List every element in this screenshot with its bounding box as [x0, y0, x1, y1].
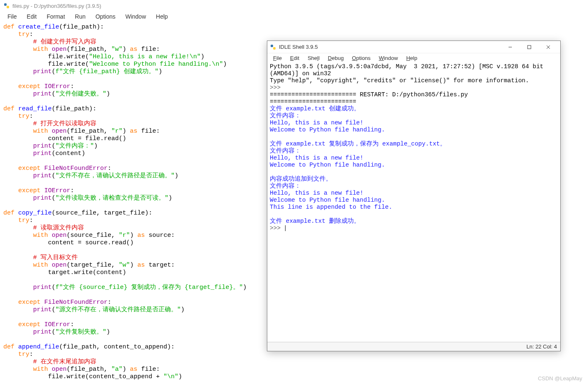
menu-help[interactable]: Help — [151, 12, 173, 21]
editor-menubar: File Edit Format Run Options Window Help — [0, 12, 588, 21]
close-button[interactable] — [539, 41, 558, 53]
shell-menu-debug[interactable]: Debug — [324, 54, 348, 62]
shell-title: IDLE Shell 3.9.5 — [279, 44, 318, 50]
shell-menu-edit[interactable]: Edit — [286, 54, 303, 62]
python-icon — [3, 2, 10, 9]
shell-menu-shell[interactable]: Shell — [303, 54, 324, 62]
svg-rect-5 — [528, 45, 531, 49]
shell-menu-help[interactable]: Help — [402, 54, 422, 62]
menu-window[interactable]: Window — [120, 12, 151, 21]
menu-run[interactable]: Run — [70, 12, 91, 21]
menu-edit[interactable]: Edit — [22, 12, 42, 21]
shell-output[interactable]: Python 3.9.5 (tags/v3.9.5:0a7dcbd, May 3… — [267, 62, 560, 342]
svg-rect-3 — [273, 47, 276, 50]
shell-menu-window[interactable]: Window — [374, 54, 402, 62]
menu-format[interactable]: Format — [42, 12, 70, 21]
watermark: CSDN @LeapMay — [538, 375, 582, 382]
svg-rect-1 — [7, 6, 9, 8]
shell-statusbar: Ln: 22 Col: 4 — [267, 342, 560, 351]
shell-titlebar: IDLE Shell 3.9.5 — [267, 41, 560, 53]
shell-menu-options[interactable]: Options — [348, 54, 375, 62]
shell-menu-file[interactable]: File — [269, 54, 286, 62]
menu-options[interactable]: Options — [91, 12, 120, 21]
svg-rect-2 — [271, 45, 273, 47]
minimize-button[interactable] — [501, 41, 520, 53]
svg-rect-0 — [4, 3, 7, 6]
python-icon — [270, 44, 276, 50]
menu-file[interactable]: File — [2, 12, 22, 21]
maximize-button[interactable] — [520, 41, 539, 53]
editor-titlebar: files.py - D:/python365/files.py (3.9.5) — [0, 0, 588, 12]
cursor-icon — [285, 225, 286, 231]
shell-cursor-pos: Ln: 22 Col: 4 — [526, 343, 557, 350]
editor-title: files.py - D:/python365/files.py (3.9.5) — [12, 3, 101, 9]
shell-menubar: File Edit Shell Debug Options Window Hel… — [267, 53, 560, 62]
shell-window: IDLE Shell 3.9.5 File Edit Shell Debug O… — [267, 41, 561, 351]
